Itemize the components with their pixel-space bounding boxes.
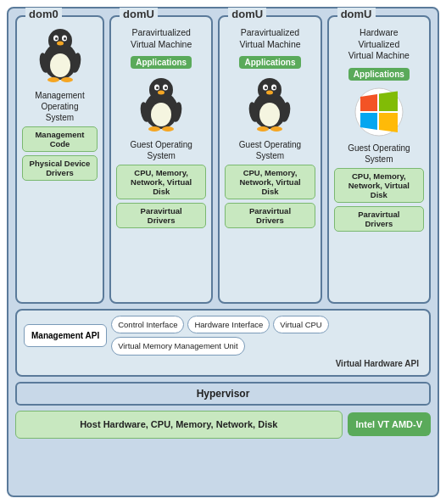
domu1-drivers-badge: ParavirtualDrivers — [116, 203, 206, 228]
svg-point-25 — [259, 103, 280, 126]
svg-point-1 — [50, 53, 70, 77]
domu3-cpu-badge: CPU, Memory,Network, VirtualDisk — [334, 168, 424, 203]
dom0-box: dom0 — [15, 15, 104, 304]
top-row: dom0 — [15, 15, 431, 304]
host-hardware-box: Host Hardware, CPU, Memory, Network, Dis… — [15, 411, 343, 439]
tux-icon-domu1 — [136, 75, 187, 134]
host-row: Host Hardware, CPU, Memory, Network, Dis… — [15, 411, 431, 439]
svg-point-32 — [257, 126, 269, 132]
hardware-interface-box: Hardware Interface — [187, 316, 270, 333]
dom0-os-label: ManagementOperatingSystem — [35, 90, 84, 123]
control-interface-box: Control Interface — [111, 316, 184, 333]
dom0-mgmt-badge: ManagementCode — [22, 126, 98, 152]
svg-point-6 — [64, 37, 66, 40]
domu1-box: domU ParavirtualizedVirtual Machine Appl… — [109, 15, 213, 304]
domu3-os-label: Guest OperatingSystem — [348, 143, 410, 165]
svg-point-26 — [258, 78, 282, 102]
domu3-applications-badge: Applications — [348, 68, 410, 81]
dom0-drivers-badge: Physical DeviceDrivers — [22, 155, 98, 181]
domu1-cpu-badge: CPU, Memory,Network, VirtualDisk — [116, 165, 206, 199]
svg-point-8 — [47, 77, 59, 82]
svg-point-5 — [55, 37, 58, 40]
dom0-label: dom0 — [25, 8, 62, 20]
domu3-drivers-badge: ParavirtualDrivers — [334, 206, 424, 232]
tux-icon-dom0 — [35, 25, 86, 85]
svg-point-13 — [151, 103, 171, 126]
tux-icon-domu2 — [244, 75, 295, 134]
domu2-box: domU ParavirtualizedVirtual Machine Appl… — [218, 15, 321, 304]
domu1-applications-badge: Applications — [131, 56, 192, 69]
domu2-applications-badge: Applications — [239, 56, 300, 69]
svg-point-18 — [164, 87, 167, 89]
domu2-os-label: Guest OperatingSystem — [239, 139, 301, 161]
api-components: Control Interface Hardware Interface Vir… — [111, 316, 422, 356]
svg-point-29 — [265, 87, 267, 89]
domu3-label: domU — [337, 8, 376, 20]
vhapi-label: Virtual Hardware API — [24, 359, 422, 368]
vhapi-section: Management API Control Interface Hardwar… — [15, 309, 431, 377]
svg-point-17 — [156, 87, 159, 89]
main-container: dom0 — [7, 7, 439, 497]
domu1-os-label: Guest OperatingSystem — [130, 139, 192, 161]
svg-point-2 — [48, 29, 72, 53]
svg-point-19 — [158, 91, 164, 95]
svg-point-30 — [273, 87, 276, 89]
windows-logo-icon — [354, 87, 404, 137]
svg-point-7 — [57, 42, 64, 46]
vhapi-row: Management API Control Interface Hardwar… — [24, 316, 422, 356]
intel-vt-box: Intel VT AMD-V — [348, 412, 431, 436]
mgmt-api-box: Management API — [24, 324, 107, 347]
hypervisor-bar: Hypervisor — [15, 382, 431, 406]
domu3-vm-title: HardwareVirtualizedVirtual Machine — [348, 27, 410, 62]
domu1-label: domU — [120, 8, 158, 20]
domu2-drivers-badge: ParavirtualDrivers — [225, 203, 315, 228]
virtual-cpu-box: Virtual CPU — [273, 316, 328, 333]
svg-point-31 — [266, 91, 273, 95]
domu1-vm-title: ParavirtualizedVirtual Machine — [131, 27, 192, 50]
domu2-cpu-badge: CPU, Memory,Network, VirtualDisk — [225, 165, 315, 199]
domu3-box: domU HardwareVirtualizedVirtual Machine … — [327, 15, 431, 304]
svg-point-33 — [270, 126, 282, 132]
svg-point-21 — [162, 126, 174, 132]
domu2-label: domU — [228, 8, 266, 20]
svg-point-20 — [148, 126, 160, 132]
svg-point-9 — [61, 77, 73, 82]
domu2-vm-title: ParavirtualizedVirtual Machine — [239, 27, 300, 50]
svg-point-14 — [149, 78, 173, 102]
vmmu-box: Virtual Memory Management Unit — [111, 337, 244, 355]
